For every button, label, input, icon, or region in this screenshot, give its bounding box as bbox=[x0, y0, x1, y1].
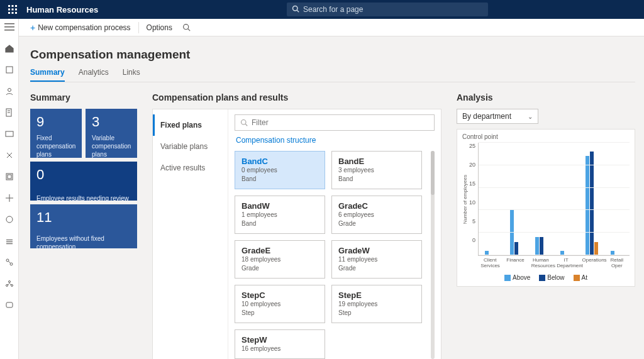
app-launcher-icon[interactable] bbox=[5, 2, 20, 17]
svg-rect-13 bbox=[4, 30, 14, 31]
svg-rect-1 bbox=[12, 5, 14, 7]
options-label: Options bbox=[147, 23, 172, 32]
svg-point-9 bbox=[293, 6, 298, 11]
svg-line-10 bbox=[297, 10, 299, 12]
svg-point-33 bbox=[184, 25, 189, 30]
svg-rect-8 bbox=[15, 12, 17, 14]
divider bbox=[138, 22, 139, 33]
svg-rect-2 bbox=[15, 5, 17, 7]
action-bar: + New compensation process Options bbox=[0, 19, 644, 36]
top-bar: Human Resources bbox=[0, 0, 644, 19]
svg-rect-12 bbox=[4, 26, 14, 28]
global-search[interactable] bbox=[287, 3, 488, 16]
menu-icon[interactable] bbox=[4, 21, 15, 33]
search-icon bbox=[292, 5, 299, 14]
search-action-button[interactable] bbox=[177, 19, 196, 36]
svg-rect-6 bbox=[8, 12, 10, 14]
svg-rect-5 bbox=[15, 9, 17, 11]
plus-icon: + bbox=[30, 23, 35, 33]
svg-rect-4 bbox=[12, 9, 14, 11]
svg-line-34 bbox=[188, 29, 190, 31]
search-input[interactable] bbox=[303, 5, 483, 14]
options-button[interactable]: Options bbox=[142, 19, 177, 36]
app-name: Human Resources bbox=[26, 5, 98, 14]
svg-rect-7 bbox=[12, 12, 14, 14]
new-compensation-process-button[interactable]: + New compensation process bbox=[25, 19, 136, 36]
svg-rect-0 bbox=[8, 5, 10, 7]
svg-rect-3 bbox=[8, 9, 10, 11]
svg-rect-11 bbox=[4, 23, 14, 25]
left-navigation-rail bbox=[0, 19, 19, 36]
new-process-label: New compensation process bbox=[38, 23, 130, 32]
search-icon bbox=[182, 23, 191, 31]
